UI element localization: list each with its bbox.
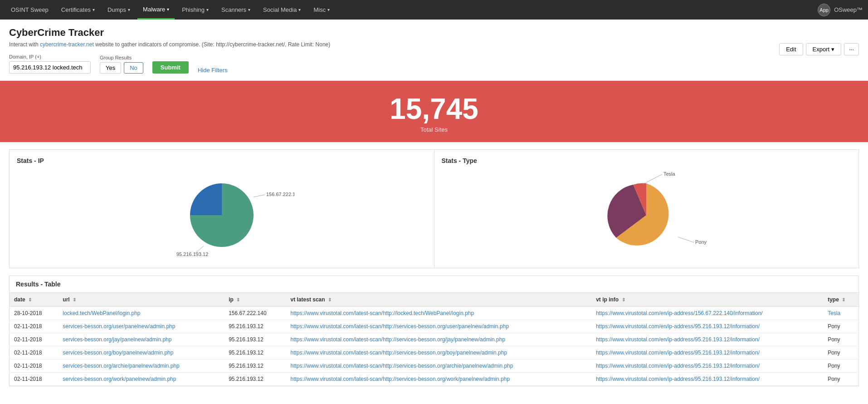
vt-ip-link[interactable]: https://www.virustotal.com/en/ip-address… xyxy=(596,323,760,330)
cell-url: locked.tech/WebPanel/login.php xyxy=(58,307,224,320)
table-row: 02-11-2018 services-besson.org/work/pane… xyxy=(10,373,858,386)
nav-label: Social Media xyxy=(263,6,297,13)
col-date[interactable]: date ⇕ xyxy=(10,293,58,307)
col-url[interactable]: url ⇕ xyxy=(58,293,224,307)
col-ip[interactable]: ip ⇕ xyxy=(224,293,286,307)
nav-phishing[interactable]: Phishing ▾ xyxy=(176,0,214,20)
stats-ip-title: Stats - IP xyxy=(17,157,427,164)
vt-ip-link[interactable]: https://www.virustotal.com/en/ip-address… xyxy=(596,336,760,343)
nav-certificates[interactable]: Certificates ▾ xyxy=(56,0,100,20)
nav-label: Phishing xyxy=(182,6,205,13)
chevron-down-icon: ▾ xyxy=(298,7,301,12)
cell-vt-ip: https://www.virustotal.com/en/ip-address… xyxy=(591,346,823,360)
filters-bar: Domain, IP (+) Group Results Yes No Subm… xyxy=(9,54,859,74)
hide-filters-button[interactable]: Hide Filters xyxy=(198,67,228,74)
cell-date: 28-10-2018 xyxy=(10,307,58,320)
stats-type-title: Stats - Type xyxy=(442,157,852,164)
cell-vt-ip: https://www.virustotal.com/en/ip-address… xyxy=(591,360,823,373)
vt-scan-link[interactable]: https://www.virustotal.com/latest-scan/h… xyxy=(291,310,474,316)
edit-button[interactable]: Edit xyxy=(779,43,803,55)
cell-vt-scan: https://www.virustotal.com/latest-scan/h… xyxy=(286,307,592,320)
sort-icon: ⇕ xyxy=(236,297,240,302)
url-link[interactable]: services-besson.org/work/panelnew/admin.… xyxy=(63,376,176,382)
cell-ip: 95.216.193.12 xyxy=(224,333,286,346)
avatar[interactable]: App xyxy=(818,4,830,16)
vt-ip-link[interactable]: https://www.virustotal.com/en/ip-address… xyxy=(596,363,760,369)
cell-vt-ip: https://www.virustotal.com/en/ip-address… xyxy=(591,373,823,386)
cell-type: Tesla xyxy=(823,307,858,320)
table-title: Results - Table xyxy=(10,276,858,293)
nav-right: App OSweep™ xyxy=(818,4,863,16)
ip-label-1: 156.67.222.140 xyxy=(266,192,294,197)
sort-icon: ⇕ xyxy=(842,297,845,302)
cell-type: Pony xyxy=(823,373,858,386)
url-link[interactable]: locked.tech/WebPanel/login.php xyxy=(63,310,140,316)
export-button[interactable]: Export ▾ xyxy=(806,43,842,55)
col-vt-ip[interactable]: vt ip info ⇕ xyxy=(591,293,823,307)
stats-ip-chart: 156.67.222.140 95.216.193.12 xyxy=(17,170,427,261)
page-description: Interact with cybercrime-tracker.net web… xyxy=(9,41,859,48)
nav-label: OSINT Sweep xyxy=(11,6,49,13)
cell-vt-scan: https://www.virustotal.com/latest-scan/h… xyxy=(286,320,592,333)
cell-date: 02-11-2018 xyxy=(10,360,58,373)
total-sites-number: 15,745 xyxy=(0,94,868,123)
table-row: 02-11-2018 services-besson.org/jay/panel… xyxy=(10,333,858,346)
type-pie-chart: Tesla Pony xyxy=(574,170,719,261)
table-row: 02-11-2018 services-besson.org/boy/panel… xyxy=(10,346,858,360)
vt-ip-link[interactable]: https://www.virustotal.com/en/ip-address… xyxy=(596,376,760,382)
stats-type-chart: Tesla Pony xyxy=(442,170,852,261)
table-head: date ⇕ url ⇕ ip ⇕ vt latest scan ⇕ vt ip… xyxy=(10,293,858,307)
ip-pie-chart: 156.67.222.140 95.216.193.12 xyxy=(149,170,294,261)
more-button[interactable]: ··· xyxy=(844,43,859,55)
url-link[interactable]: services-besson.org/boy/panelnew/admin.p… xyxy=(63,350,173,356)
nav-osint-sweep[interactable]: OSINT Sweep xyxy=(5,0,54,20)
nav-label: Scanners xyxy=(221,6,246,13)
cell-vt-scan: https://www.virustotal.com/latest-scan/h… xyxy=(286,333,592,346)
url-link[interactable]: services-besson.org/jay/panelnew/admin.p… xyxy=(63,336,171,343)
nav-malware[interactable]: Malware ▾ xyxy=(137,0,175,20)
chevron-down-icon: ▾ xyxy=(327,7,330,12)
cell-date: 02-11-2018 xyxy=(10,373,58,386)
col-vt-scan[interactable]: vt latest scan ⇕ xyxy=(286,293,592,307)
submit-button[interactable]: Submit xyxy=(152,61,189,74)
nav-dumps[interactable]: Dumps ▾ xyxy=(102,0,136,20)
vt-scan-link[interactable]: https://www.virustotal.com/latest-scan/h… xyxy=(291,350,507,356)
cell-ip: 95.216.193.12 xyxy=(224,360,286,373)
vt-scan-link[interactable]: https://www.virustotal.com/latest-scan/h… xyxy=(291,336,506,343)
export-label: Export xyxy=(813,46,830,53)
vt-ip-link[interactable]: https://www.virustotal.com/en/ip-address… xyxy=(596,350,760,356)
no-button[interactable]: No xyxy=(124,62,143,74)
sort-icon: ⇕ xyxy=(328,297,332,302)
domain-input[interactable] xyxy=(9,61,91,74)
total-sites-label: Total Sites xyxy=(0,126,868,133)
url-link[interactable]: services-besson.org/archie/panelnew/admi… xyxy=(63,363,179,369)
sort-icon: ⇕ xyxy=(622,297,625,302)
charts-row: Stats - IP 156.67.222.140 95.216.193.12 xyxy=(9,149,859,268)
group-results-filter-group: Group Results Yes No xyxy=(100,55,143,74)
site-link[interactable]: cybercrime-tracker.net xyxy=(40,41,94,48)
url-link[interactable]: services-besson.org/user/panelnew/admin.… xyxy=(63,323,175,330)
col-type[interactable]: type ⇕ xyxy=(823,293,858,307)
chevron-down-icon: ▾ xyxy=(206,7,209,12)
page-content: Edit Export ▾ ··· CyberCrime Tracker Int… xyxy=(0,20,868,404)
nav-scanners[interactable]: Scanners ▾ xyxy=(216,0,256,20)
cell-type: Pony xyxy=(823,360,858,373)
nav-brand: OSweep™ xyxy=(834,6,863,13)
nav-misc[interactable]: Misc ▾ xyxy=(308,0,335,20)
avatar-label: App xyxy=(819,7,829,13)
vt-ip-link[interactable]: https://www.virustotal.com/en/ip-address… xyxy=(596,310,763,316)
sort-icon: ⇕ xyxy=(28,297,32,302)
cell-url: services-besson.org/work/panelnew/admin.… xyxy=(58,373,224,386)
ip-slice-blue xyxy=(190,183,222,215)
vt-scan-link[interactable]: https://www.virustotal.com/latest-scan/h… xyxy=(291,376,510,382)
table-header-row: date ⇕ url ⇕ ip ⇕ vt latest scan ⇕ vt ip… xyxy=(10,293,858,307)
nav-social-media[interactable]: Social Media ▾ xyxy=(258,0,306,20)
yes-button[interactable]: Yes xyxy=(100,62,121,74)
vt-scan-link[interactable]: https://www.virustotal.com/latest-scan/h… xyxy=(291,323,509,330)
cell-date: 02-11-2018 xyxy=(10,333,58,346)
vt-scan-link[interactable]: https://www.virustotal.com/latest-scan/h… xyxy=(291,363,513,369)
group-results-toggle: Yes No xyxy=(100,62,143,74)
type-label-pony: Pony xyxy=(695,239,707,245)
table-row: 28-10-2018 locked.tech/WebPanel/login.ph… xyxy=(10,307,858,320)
cell-vt-ip: https://www.virustotal.com/en/ip-address… xyxy=(591,320,823,333)
